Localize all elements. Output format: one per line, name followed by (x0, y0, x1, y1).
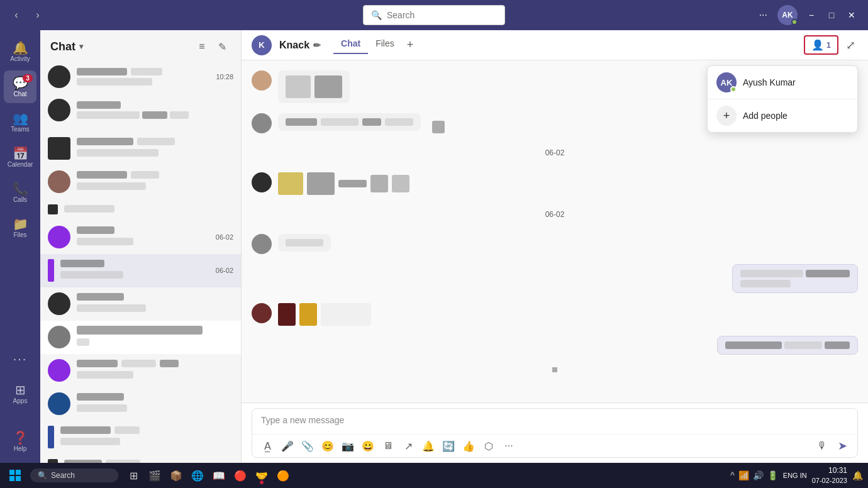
audio-button[interactable]: 🎤 (279, 437, 296, 455)
list-item[interactable] (40, 354, 241, 387)
add-people-label: Add people (743, 111, 787, 121)
sidebar-item-activity[interactable]: 🔔 Activity (4, 35, 36, 68)
chrome-app[interactable]: 🟠 (273, 465, 293, 485)
battery-icon[interactable]: 🔋 (767, 470, 778, 480)
sidebar-item-apps[interactable]: ⊞ Apps (4, 377, 36, 410)
list-item[interactable]: 06-02 (40, 221, 241, 254)
chat-item-content (77, 68, 209, 86)
list-item[interactable] (40, 421, 241, 454)
sidebar-item-chat[interactable]: 💬 Chat 3 (4, 70, 36, 103)
list-item[interactable] (40, 387, 241, 421)
participants-button[interactable]: 👤 1 (804, 35, 838, 55)
chat-header-actions: 👤 1 ⤢ (804, 35, 858, 55)
list-item[interactable] (40, 287, 241, 321)
filter-button[interactable]: ≡ (193, 38, 211, 55)
input-toolbar: A̲ 🎤 📎 😊 📷 😀 🖥 ↗ 🔔 🔄 👍 ⬡ ··· 🎙 ➤ (252, 434, 857, 457)
participant-item[interactable]: AK Ayush Kumar (708, 66, 857, 99)
attach-button[interactable]: 📎 (299, 437, 316, 455)
sidebar-item-help[interactable]: ❓ Help (4, 425, 36, 458)
calendar-icon: 📅 (13, 147, 28, 160)
teams-app[interactable]: 🤝 (252, 465, 272, 485)
message-bubble (717, 336, 858, 355)
badge-button[interactable]: ⬡ (480, 437, 498, 455)
sound-icon[interactable]: 🔊 (753, 470, 764, 480)
avatar (252, 70, 272, 91)
taskview-button[interactable]: ⊞ (123, 465, 143, 485)
add-people-item[interactable]: + Add people (708, 99, 857, 132)
tray-chevron[interactable]: ^ (730, 470, 735, 480)
screen-share-button[interactable]: 🖥 (379, 437, 397, 455)
list-item[interactable]: 10:28 (40, 60, 241, 94)
list-item[interactable] (40, 165, 241, 199)
mic-button[interactable]: 🎙 (813, 437, 831, 455)
teams-icon: 👥 (13, 112, 28, 125)
taskbar-search[interactable]: 🔍 Search (30, 469, 118, 482)
like-button[interactable]: 👍 (460, 437, 477, 455)
back-button[interactable]: ‹ (8, 6, 25, 24)
tab-chat[interactable]: Chat (333, 36, 368, 55)
list-item[interactable] (40, 321, 241, 354)
sidebar-item-more[interactable]: ··· (4, 342, 36, 375)
maximize-button[interactable]: □ (823, 6, 840, 24)
more-options-button[interactable]: ··· (754, 7, 772, 23)
list-item[interactable] (40, 132, 241, 165)
avatar (252, 172, 272, 192)
start-button[interactable] (5, 465, 25, 485)
message-bubble (278, 70, 350, 103)
windows-icon (9, 469, 21, 482)
chat-list-title[interactable]: Chat ▾ (50, 40, 83, 53)
participant-name: Ayush Kumar (743, 77, 796, 87)
expand-button[interactable]: ⤢ (843, 36, 858, 55)
chat-list-actions: ≡ ✎ (193, 38, 231, 55)
date-divider: 06-02 (252, 143, 858, 162)
sidebar-item-files[interactable]: 📁 Files (4, 211, 36, 244)
send-button[interactable]: ➤ (833, 437, 851, 455)
taskbar-clock[interactable]: 10:31 07-02-2023 (812, 466, 847, 485)
chat-item-content (60, 260, 209, 281)
calls-icon: 📞 (13, 182, 28, 195)
sidebar-item-teams[interactable]: 👥 Teams (4, 106, 36, 138)
list-item[interactable] (40, 94, 241, 127)
emoji-button[interactable]: 😊 (319, 437, 337, 455)
meet-app[interactable]: 🎬 (145, 465, 165, 485)
forward-button[interactable]: › (29, 6, 47, 24)
edge-app[interactable]: 🌐 (187, 465, 208, 485)
message-body (278, 172, 409, 195)
format-button[interactable]: A̲ (259, 437, 276, 455)
antivirus-app[interactable]: 🔴 (230, 465, 250, 485)
message-bubble (278, 113, 421, 131)
list-item[interactable] (40, 454, 241, 463)
sidebar-item-calendar[interactable]: 📅 Calendar (4, 141, 36, 174)
status-indicator (791, 19, 798, 25)
chat-input-box: Type a new message A̲ 🎤 📎 😊 📷 😀 🖥 ↗ 🔔 🔄 … (252, 408, 858, 458)
notification-icon[interactable]: 🔔 (852, 470, 863, 480)
message-time: 10:28 (216, 73, 233, 80)
user-avatar[interactable]: AK (777, 5, 798, 25)
list-item[interactable] (40, 199, 241, 221)
notify-button[interactable]: 🔔 (420, 437, 437, 455)
store-app[interactable]: 📦 (166, 465, 186, 485)
learn-app[interactable]: 📖 (209, 465, 229, 485)
tab-files[interactable]: Files (368, 36, 402, 55)
sidebar-item-calls[interactable]: 📞 Calls (4, 176, 36, 209)
share-button[interactable]: ↗ (399, 437, 417, 455)
message-group (252, 172, 858, 195)
list-item[interactable]: 06-02 (40, 254, 241, 287)
camera-button[interactable]: 📷 (339, 437, 357, 455)
search-input[interactable] (387, 10, 497, 20)
search-box[interactable]: 🔍 (363, 5, 505, 25)
help-icon: ❓ (13, 431, 28, 444)
chat-item-content (64, 204, 233, 215)
system-tray: ^ 📶 🔊 🔋 (730, 470, 778, 480)
wifi-icon[interactable]: 📶 (738, 470, 749, 480)
add-tab-button[interactable]: + (402, 36, 419, 55)
close-button[interactable]: ✕ (843, 6, 860, 24)
compose-button[interactable]: ✎ (213, 38, 231, 55)
avatar (48, 170, 70, 193)
avatar (48, 226, 70, 248)
sticker-button[interactable]: 😀 (359, 437, 377, 455)
edit-name-icon[interactable]: ✏ (313, 40, 321, 50)
minimize-button[interactable]: − (803, 6, 820, 24)
loop-button[interactable]: 🔄 (440, 437, 457, 455)
more-toolbar-button[interactable]: ··· (500, 437, 518, 455)
